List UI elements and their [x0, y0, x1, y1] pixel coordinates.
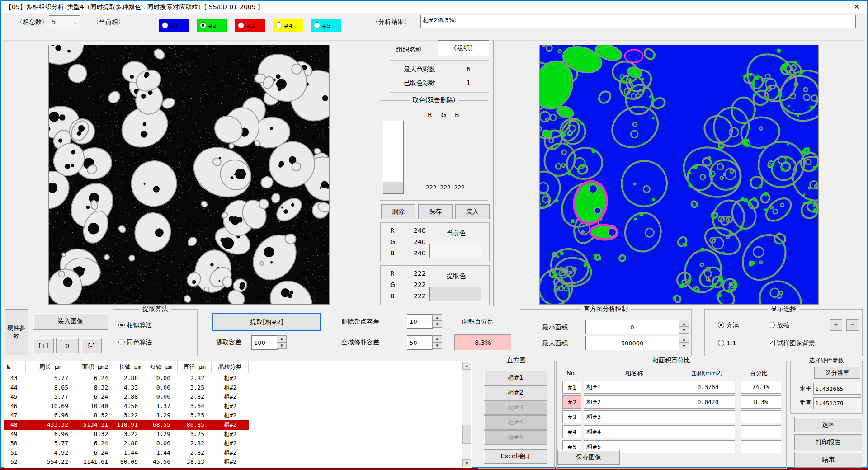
- phase-chip-1[interactable]: #1: [159, 19, 189, 32]
- table-row[interactable]: 514.926.241.441.442.82相#2: [4, 448, 249, 458]
- phase-no-cell[interactable]: #2: [562, 395, 581, 409]
- table-scrollbar[interactable]: ▲ ▼: [462, 362, 471, 467]
- segmented-image-canvas[interactable]: [540, 45, 818, 304]
- phase-no-cell[interactable]: #3: [562, 410, 581, 423]
- load-color-button[interactable]: 装入: [455, 204, 490, 219]
- histogram-button-6[interactable]: Excel接口: [484, 449, 547, 464]
- spin-up-icon[interactable]: ▲: [432, 335, 442, 342]
- phase-name-input[interactable]: 相#3: [584, 410, 691, 423]
- spin-down-icon[interactable]: ▼: [679, 327, 689, 334]
- table-cell: 1.29: [145, 411, 178, 420]
- scroll-down-icon[interactable]: ▼: [462, 459, 471, 467]
- phase-chip-2[interactable]: #2: [197, 19, 227, 32]
- phase-name-input[interactable]: 相#2: [584, 395, 691, 409]
- spin-up-icon[interactable]: ▲: [277, 335, 287, 342]
- extract-button[interactable]: 提取[相#2]: [212, 313, 321, 331]
- histogram-button-1[interactable]: 相#1: [484, 371, 547, 385]
- table-row[interactable]: 5311.4810.407.210.003.62相#2: [4, 467, 249, 468]
- hardware-params-button[interactable]: 硬件参数: [5, 309, 28, 355]
- table-cell: 0.00: [145, 374, 178, 383]
- table-row[interactable]: 476.968.323.221.293.25相#2: [4, 411, 249, 420]
- analysis-result-box[interactable]: 相#2:8.3%;: [420, 15, 856, 28]
- algo-similar-label: 相似算法: [127, 321, 152, 329]
- select-region-button[interactable]: 选区: [794, 417, 862, 432]
- phase-no-cell[interactable]: #1: [562, 381, 581, 394]
- spin-down-icon[interactable]: ▼: [679, 343, 689, 349]
- table-row[interactable]: 435.776.242.880.002.82相#2: [4, 374, 249, 383]
- spin-up-icon[interactable]: ▲: [679, 320, 689, 327]
- table-row[interactable]: 505.776.242.880.002.82相#2: [4, 439, 249, 448]
- save-color-button[interactable]: 保存: [418, 204, 453, 219]
- grain-table-body[interactable]: 435.776.242.880.002.82相#2448.658.324.330…: [4, 361, 472, 468]
- picked-color-list[interactable]: [383, 121, 404, 194]
- spin-down-icon[interactable]: ▼: [277, 342, 287, 349]
- spin-up-icon[interactable]: ▲: [432, 314, 442, 321]
- table-cell: 5.77: [26, 374, 75, 383]
- resolution-button[interactable]: 选分辨率: [814, 367, 860, 379]
- table-cell: 相#2: [212, 467, 249, 468]
- table-cell: 44: [4, 383, 26, 393]
- table-cell: 10.69: [26, 402, 75, 411]
- display-full-label: 充满: [726, 321, 739, 329]
- table-row[interactable]: 48433.325134.11118.9168.5580.85相#2: [4, 420, 249, 430]
- print-report-button[interactable]: 打印报告: [794, 434, 862, 450]
- phase-chip-4[interactable]: #4: [273, 19, 303, 32]
- phase-total-dropdown[interactable]: 5 ⌄: [49, 15, 80, 28]
- min-area-input[interactable]: 0: [585, 320, 679, 334]
- phase-chip-label: #2: [208, 22, 217, 29]
- table-row[interactable]: 4610.6910.404.561.373.64相#2: [4, 402, 249, 411]
- load-image-label: 装入图像: [58, 317, 83, 325]
- source-image-canvas[interactable]: [49, 45, 329, 304]
- table-cell: 6.96: [26, 411, 75, 420]
- phase-chip-5[interactable]: #5: [311, 19, 341, 32]
- spin-down-icon[interactable]: ▼: [432, 321, 442, 328]
- phase-name-input[interactable]: 相#1: [584, 381, 691, 394]
- delete-color-button[interactable]: 删除: [381, 204, 415, 219]
- cur-b-value: 240: [414, 249, 426, 257]
- picked-color-item[interactable]: [383, 182, 403, 193]
- fill-tolerance-spinner[interactable]: ▲▼: [432, 335, 442, 349]
- algo-same-radio[interactable]: 同色算法: [118, 338, 152, 346]
- spin-up-icon[interactable]: ▲: [679, 336, 689, 343]
- scroll-thumb[interactable]: [462, 425, 471, 444]
- sample-bg-checkbox[interactable]: 试样图像背景: [769, 339, 815, 347]
- phase-no-cell[interactable]: #4: [562, 425, 581, 438]
- close-button[interactable]: ✕: [848, 1, 865, 12]
- phase-chip-3[interactable]: #3: [235, 19, 265, 32]
- noise-tolerance-spinner[interactable]: ▲▼: [432, 314, 442, 328]
- tolerance-input[interactable]: 100: [251, 335, 278, 350]
- structure-name-input[interactable]: {组织}: [438, 40, 489, 56]
- algo-same-label: 同色算法: [127, 338, 152, 346]
- vertical-input[interactable]: 1.451379: [813, 397, 861, 409]
- table-row[interactable]: 52554.221141.6180.0945.5638.13相#2: [4, 457, 249, 467]
- small-minus-button[interactable]: －: [846, 319, 859, 331]
- display-zoom-radio[interactable]: 放缩: [769, 321, 789, 329]
- tolerance-spinner[interactable]: ▲▼: [277, 335, 287, 349]
- histogram-button-2[interactable]: 相#2: [484, 385, 547, 400]
- algo-similar-radio[interactable]: 相似算法: [118, 321, 152, 329]
- min-area-spinner[interactable]: ▲▼: [679, 320, 689, 334]
- small-plus-button[interactable]: ＋: [830, 319, 842, 331]
- phase-name-input[interactable]: 相#4: [584, 425, 691, 438]
- display-one-to-one-radio[interactable]: 1:1: [718, 339, 736, 347]
- zoom-minus-button[interactable]: [-]: [81, 338, 102, 353]
- display-full-radio[interactable]: 充满: [718, 321, 739, 329]
- table-row[interactable]: 448.658.324.330.003.25相#2: [4, 383, 249, 393]
- max-area-input[interactable]: 500000: [585, 336, 679, 350]
- noise-tolerance-input[interactable]: 10: [407, 314, 433, 329]
- phase-pct-value: 74.1%: [741, 381, 781, 394]
- fill-tolerance-input[interactable]: 50: [407, 335, 433, 350]
- scroll-up-icon[interactable]: ▲: [462, 362, 471, 370]
- load-image-button[interactable]: 装入图像: [33, 313, 108, 330]
- end-button[interactable]: 结束: [794, 452, 862, 468]
- table-row[interactable]: 455.776.242.880.002.82相#2: [4, 392, 249, 402]
- end-label: 结束: [822, 456, 835, 464]
- grain-table[interactable]: №周长 μm面积 μm2长轴 μm短轴 μm直径 μm晶粒分类 435.776.…: [4, 361, 472, 468]
- max-area-spinner[interactable]: ▲▼: [679, 336, 689, 349]
- table-cell: 48: [4, 420, 26, 430]
- horizontal-input[interactable]: 1.432665: [813, 383, 861, 395]
- save-image-button[interactable]: 保存图像: [557, 450, 620, 465]
- table-row[interactable]: 496.968.323.221.293.25相#2: [4, 430, 249, 439]
- spin-down-icon[interactable]: ▼: [432, 342, 442, 349]
- zoom-plus-button[interactable]: [+]: [33, 338, 54, 353]
